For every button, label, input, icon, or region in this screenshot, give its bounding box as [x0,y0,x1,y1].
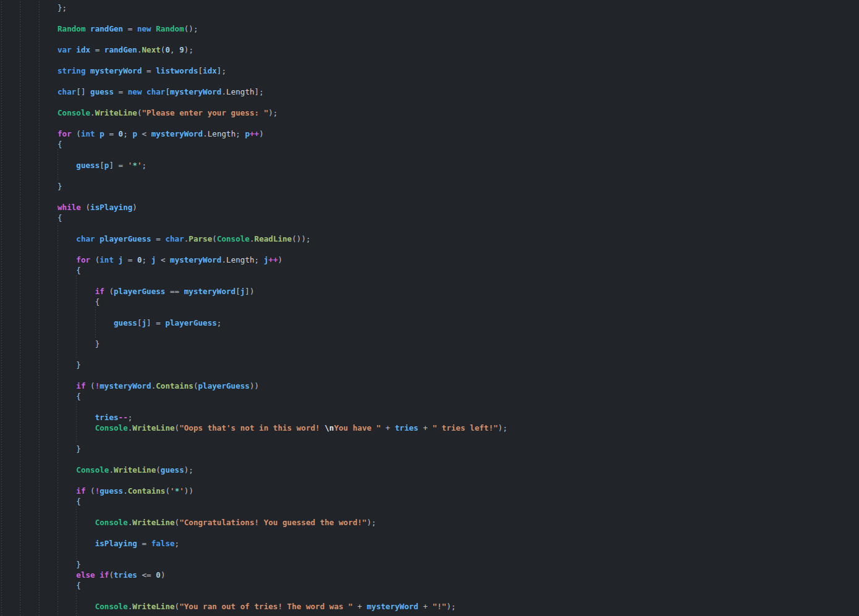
code-token: . [221,255,226,264]
code-token: playerGuess [198,381,250,390]
code-editor[interactable]: ords }; Random randGen = new Random(); v… [0,0,859,616]
code-lines: ords }; Random randGen = new Random(); v… [0,0,859,616]
code-token: isPlaying [90,203,132,212]
code-line[interactable] [0,402,859,412]
code-line[interactable]: while (isPlaying) [0,202,859,213]
code-line[interactable]: }; [0,2,859,13]
code-token: ) [259,129,264,138]
code-token: ' [179,486,184,496]
code-line[interactable]: for (int p = 0; p < mysteryWord.Length; … [0,129,859,139]
code-token: ]) [245,287,254,296]
code-line[interactable] [0,76,859,86]
code-line[interactable]: } [0,444,859,454]
code-token: ReadLine [255,234,292,243]
code-line[interactable]: Console.WriteLine("Please enter your gue… [0,108,859,118]
code-line[interactable]: char playerGuess = char.Parse(Console.Re… [0,234,859,244]
code-line[interactable] [0,192,859,202]
code-token [86,66,91,75]
code-line[interactable]: { [0,580,859,591]
code-line[interactable] [0,223,859,234]
code-token: = [142,66,156,75]
code-line[interactable] [0,370,859,381]
code-token [86,24,91,33]
code-line[interactable] [0,307,859,318]
code-token: { [95,297,100,306]
code-token: . [123,486,128,496]
code-line[interactable] [0,13,859,23]
indent-spaces [1,444,76,454]
code-line[interactable]: { [0,265,859,276]
code-token: = [114,87,128,96]
code-token: playerGuess [165,318,216,327]
code-line[interactable]: } [0,181,859,192]
indent-spaces [1,234,76,243]
code-line[interactable] [0,34,859,44]
code-line[interactable]: { [0,213,859,223]
indent-spaces [1,392,76,401]
code-line[interactable]: { [0,496,859,507]
code-line[interactable] [0,55,859,65]
code-line[interactable] [0,349,859,360]
code-line[interactable] [0,433,859,444]
code-token: Length [208,129,236,138]
code-line[interactable] [0,507,859,517]
code-line[interactable] [0,528,859,538]
code-line[interactable] [0,97,859,108]
code-token [114,255,119,264]
code-token: WriteLine [114,465,156,475]
code-token: Console [95,602,128,611]
indent-spaces [1,423,95,432]
code-line[interactable] [0,118,859,129]
code-line[interactable]: guess[p] = '*'; [0,160,859,171]
code-token: Console [217,234,250,243]
code-line[interactable] [0,276,859,286]
code-token: }; [57,3,67,12]
code-line[interactable] [0,150,859,160]
code-line[interactable]: Console.WriteLine("You ran out of tries!… [0,601,859,612]
code-token: WriteLine [95,108,137,117]
code-line[interactable] [0,454,859,465]
code-token: { [76,581,81,590]
code-token: "Oops that's not in this word! [179,423,324,432]
code-line[interactable] [0,244,859,255]
code-line[interactable]: for (int j = 0; j < mysteryWord.Length; … [0,255,859,265]
code-line[interactable]: } [0,360,859,370]
code-line[interactable] [0,171,859,181]
code-line[interactable]: string mysteryWord = listwords[idx]; [0,65,859,76]
code-line[interactable] [0,591,859,601]
code-line[interactable]: Console.WriteLine(guess); [0,465,859,475]
code-line[interactable]: if (!mysteryWord.Contains(playerGuess)) [0,381,859,391]
code-token: tries [114,570,137,580]
indent-spaces [1,66,57,75]
code-token: <= [137,570,156,580]
code-line[interactable]: Console.WriteLine("Oops that's not in th… [0,423,859,433]
code-token: ; [123,129,132,138]
code-line[interactable]: char[] guess = new char[mysteryWord.Leng… [0,86,859,97]
code-token: [ [137,318,142,327]
code-token: Console [57,108,90,117]
code-line[interactable]: } [0,559,859,570]
code-line[interactable]: } [0,339,859,349]
code-line[interactable]: tries--; [0,412,859,423]
code-token: ); [268,108,277,117]
code-line[interactable]: var idx = randGen.Next(0, 9); [0,44,859,55]
code-line[interactable] [0,475,859,486]
code-line[interactable] [0,549,859,559]
code-line[interactable]: Console.WriteLine("Congratulations! You … [0,517,859,528]
code-line[interactable]: Random randGen = new Random(); [0,23,859,34]
indent-spaces [1,465,76,475]
code-line[interactable]: else if(tries <= 0) [0,570,859,580]
code-line[interactable]: { [0,139,859,150]
code-line[interactable]: guess[j] = playerGuess; [0,318,859,328]
code-line[interactable]: if (playerGuess == mysteryWord[j]) [0,286,859,297]
code-token: false [151,539,175,548]
code-token: [ [235,287,240,296]
code-token: tries [395,423,418,432]
code-line[interactable] [0,328,859,339]
code-line[interactable]: if (!guess.Contains('*')) [0,486,859,496]
code-line[interactable]: isPlaying = false; [0,538,859,549]
code-token: mysteryWord [151,129,203,138]
code-line[interactable]: { [0,297,859,307]
code-line[interactable]: { [0,391,859,402]
code-token: = [137,539,151,548]
